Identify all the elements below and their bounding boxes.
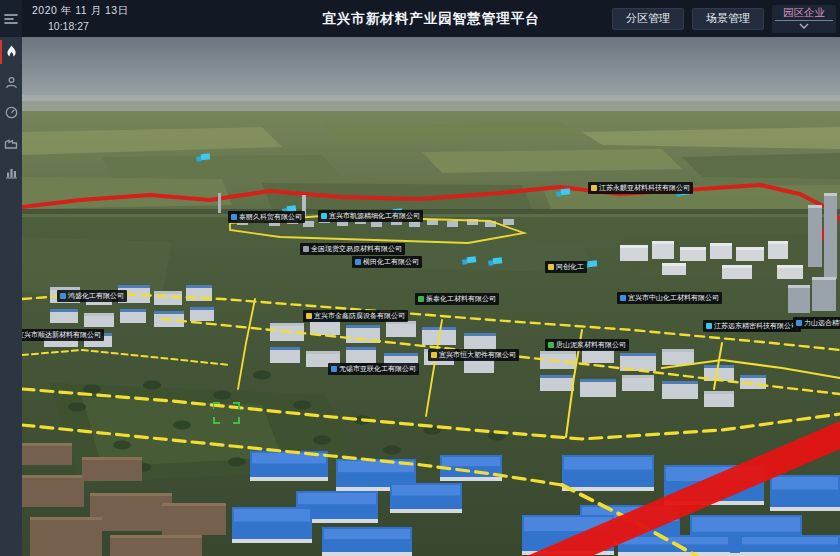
- company-label-text: 江苏远东精密科技有限公司: [714, 322, 798, 330]
- truck-marker-icon[interactable]: [461, 250, 478, 269]
- company-marker-icon: [418, 296, 424, 302]
- company-label[interactable]: 无锡市亚联化工有限公司: [328, 363, 419, 375]
- truck-marker-icon[interactable]: [195, 147, 212, 166]
- company-label[interactable]: 全国现货交易原材料有限公司: [300, 243, 405, 255]
- sidebar-item-personnel[interactable]: [0, 67, 22, 97]
- gauge-icon: [5, 106, 18, 119]
- company-marker-icon: [303, 246, 309, 252]
- map-viewport[interactable]: 泰丽久科贸有限公司宜兴市凯源精细化工有限公司全国现货交易原材料有限公司横田化工有…: [22, 37, 840, 556]
- company-label[interactable]: 鸿盛化工有限公司: [57, 290, 127, 302]
- sidebar-item-enterprise[interactable]: [0, 127, 22, 157]
- menu-button[interactable]: [0, 0, 22, 37]
- company-label[interactable]: 宜兴市顺达新材料有限公司: [22, 329, 104, 341]
- company-label-text: 力山远合精密科技有限公司: [804, 319, 840, 327]
- company-marker-icon: [620, 295, 626, 301]
- company-marker-icon: [331, 366, 337, 372]
- company-label-text: 江苏永麒亚材料科技有限公司: [599, 184, 690, 192]
- company-label-text: 宜兴市恒大塑件有限公司: [439, 351, 516, 359]
- sidebar: [0, 0, 22, 556]
- sidebar-item-fire[interactable]: [0, 37, 22, 67]
- park-enterprise-dropdown[interactable]: 园区企业: [772, 5, 836, 33]
- flame-icon: [5, 45, 18, 59]
- company-label[interactable]: 同创化工: [545, 261, 587, 273]
- bar-chart-icon: [5, 166, 18, 179]
- company-label-text: 宜兴市金鑫防腐设备有限公司: [314, 312, 405, 320]
- truck-marker-icon[interactable]: [487, 251, 504, 270]
- company-label[interactable]: 宜兴市恒大塑件有限公司: [428, 349, 519, 361]
- company-marker-icon: [548, 264, 554, 270]
- company-label[interactable]: 江苏永麒亚材料科技有限公司: [588, 182, 693, 194]
- company-marker-icon: [321, 213, 327, 219]
- company-marker-icon: [431, 352, 437, 358]
- header-actions: 分区管理 场景管理 园区企业: [612, 0, 836, 37]
- company-label[interactable]: 泰丽久科贸有限公司: [228, 211, 305, 223]
- app-root: 2020 年 11 月 13日 10:18:27 宜兴市新材料产业园智慧管理平台…: [0, 0, 840, 556]
- company-label[interactable]: 宜兴市中山化工材料有限公司: [617, 292, 722, 304]
- company-label[interactable]: 江苏远东精密科技有限公司: [703, 320, 801, 332]
- person-icon: [5, 76, 18, 89]
- company-label-text: 振泰化工材料有限公司: [426, 295, 496, 303]
- scene-management-button[interactable]: 场景管理: [692, 8, 764, 30]
- company-label-text: 宜兴市顺达新材料有限公司: [22, 331, 101, 339]
- company-marker-icon: [60, 293, 66, 299]
- zone-management-button[interactable]: 分区管理: [612, 8, 684, 30]
- factory-icon: [4, 136, 18, 149]
- company-label[interactable]: 宜兴市金鑫防腐设备有限公司: [303, 310, 408, 322]
- header: 2020 年 11 月 13日 10:18:27 宜兴市新材料产业园智慧管理平台…: [22, 0, 840, 37]
- truck-marker-icon[interactable]: [555, 182, 572, 201]
- company-label-text: 鸿盛化工有限公司: [68, 292, 124, 300]
- company-label-text: 宜兴市中山化工材料有限公司: [628, 294, 719, 302]
- menu-icon: [4, 13, 18, 25]
- dropdown-divider: [775, 20, 833, 21]
- company-marker-icon: [591, 185, 597, 191]
- company-label-text: 宜兴市凯源精细化工有限公司: [329, 212, 420, 220]
- company-label-text: 唐山泥浆材料有限公司: [556, 341, 626, 349]
- company-label[interactable]: 唐山泥浆材料有限公司: [545, 339, 629, 351]
- company-label-text: 无锡市亚联化工有限公司: [339, 365, 416, 373]
- sidebar-item-monitor[interactable]: [0, 97, 22, 127]
- company-label[interactable]: 横田化工有限公司: [352, 256, 422, 268]
- sidebar-item-statistics[interactable]: [0, 157, 22, 187]
- chevron-down-icon: [799, 23, 809, 29]
- company-label-text: 同创化工: [556, 263, 584, 271]
- company-label[interactable]: 振泰化工材料有限公司: [415, 293, 499, 305]
- company-label-text: 全国现货交易原材料有限公司: [311, 245, 402, 253]
- company-marker-icon: [548, 342, 554, 348]
- company-marker-icon: [306, 313, 312, 319]
- company-marker-icon: [706, 323, 712, 329]
- company-label[interactable]: 宜兴市凯源精细化工有限公司: [318, 210, 423, 222]
- company-label-text: 泰丽久科贸有限公司: [239, 213, 302, 221]
- company-marker-icon: [231, 214, 237, 220]
- company-marker-icon: [796, 320, 802, 326]
- company-label[interactable]: 力山远合精密科技有限公司: [793, 317, 840, 329]
- dropdown-label: 园区企业: [772, 5, 836, 20]
- company-label-text: 横田化工有限公司: [363, 258, 419, 266]
- company-marker-icon: [355, 259, 361, 265]
